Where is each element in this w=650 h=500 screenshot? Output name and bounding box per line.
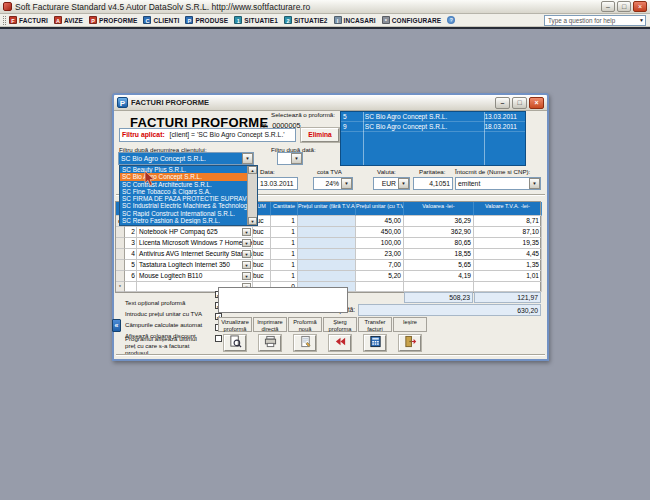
quantity-cell[interactable]: 1 [271,238,298,249]
price-vat-cell[interactable]: 7,00 [356,260,404,271]
vat-cell: 4,45 [474,249,542,260]
help-question-input[interactable]: Type a question for help ▼ [544,15,646,26]
help-placeholder: Type a question for help [548,17,615,24]
dialog-close-button[interactable]: × [529,97,544,109]
chevron-down-icon[interactable]: ▼ [242,153,253,164]
chevron-down-icon[interactable]: ▼ [242,272,251,280]
toolbar-item-situatie2[interactable]: 2SITUATIE2 [284,16,328,24]
product-cell[interactable]: Antivirus AVG Internet Security Standar▼ [137,249,253,260]
chevron-down-icon[interactable]: ▼ [398,178,409,189]
price-vat-cell[interactable]: 45,00 [356,216,404,227]
product-cell[interactable]: Notebook HP Compaq 625▼ [137,227,253,238]
app-minimize-button[interactable]: – [601,1,615,12]
dialog-minimize-button[interactable]: – [495,97,510,109]
dropdown-scrollbar[interactable]: ▲ ▼ [247,166,257,225]
price-vat-cell[interactable]: 5,20 [356,271,404,282]
client-dropdown-list[interactable]: SC Beauty Plus S.R.L.SC Bio Agro Concept… [119,165,258,226]
um-cell[interactable]: buc [253,227,271,238]
toolbar-item-configurare[interactable]: *CONFIGURARE [382,16,442,24]
remove-filter-button[interactable]: Elimina [301,128,339,142]
um-cell[interactable]: buc [253,271,271,282]
chevron-down-icon[interactable]: ▼ [341,178,352,189]
report2-icon: 2 [284,16,292,24]
proforma-list-row[interactable]: 9SC Bio Agro Concept S.R.L.18.03.2011 [341,122,525,132]
row-selector-cell[interactable] [116,249,125,260]
optional-text-input[interactable] [218,287,348,313]
quantity-cell[interactable]: 1 [271,260,298,271]
row-selector-cell[interactable] [116,260,125,271]
toolbar-item-label: CLIENTI [153,17,179,24]
proforma-window-titlebar[interactable]: P FACTURI PROFORME – □ × [114,95,547,111]
product-cell[interactable]: Mouse Logitech B110▼ [137,271,253,282]
date-filter-combo[interactable]: ▼ [277,152,303,165]
row-selector-cell[interactable]: * [116,282,125,292]
currency-combo[interactable]: EUR ▼ [373,177,410,190]
collapse-panel-button[interactable]: « [112,319,121,332]
row-selector-cell[interactable] [116,271,125,282]
um-cell[interactable]: buc [253,238,271,249]
toolbar-grip [3,16,6,25]
vat-rate-combo[interactable]: 24% ▼ [313,177,353,190]
issuer-combo[interactable]: emitent ▼ [455,177,541,190]
dropdown-item[interactable]: SC Beauty Plus S.R.L. [120,166,248,173]
app-close-button[interactable]: × [633,1,647,12]
quantity-cell[interactable]: 1 [271,216,298,227]
applied-filter-field[interactable]: Filtru aplicat: [client] = 'SC Bio Agro … [119,128,296,142]
price-vat-cell[interactable]: 450,00 [356,227,404,238]
price-vat-cell[interactable]: 100,00 [356,238,404,249]
chevron-down-icon[interactable]: ▼ [291,153,302,164]
dropdown-item[interactable]: SC Industrial Electric Machines & Techno… [120,202,248,209]
row-selector-cell[interactable] [116,227,125,238]
proforma-list[interactable]: 5SC Bio Agro Concept S.R.L.13.03.20119SC… [340,111,526,166]
product-cell[interactable]: Tastatura Logitech Internet 350▼ [137,260,253,271]
price-vat-cell[interactable] [356,282,404,292]
chevron-down-icon[interactable]: ▼ [242,250,251,258]
proforma-list-row[interactable]: 5SC Bio Agro Concept S.R.L.13.03.2011 [341,112,525,122]
price-vat-cell[interactable]: 23,00 [356,249,404,260]
dropdown-item[interactable]: SC Bio Agro Concept S.R.L. [120,173,248,180]
client-filter-combo[interactable]: SC Bio Agro Concept S.R.L. ▼ [118,152,254,165]
quantity-cell[interactable]: 1 [271,271,298,282]
scroll-down-icon[interactable]: ▼ [248,217,257,225]
checkbox[interactable] [215,335,222,342]
chevron-down-icon[interactable]: ▼ [242,261,251,269]
dropdown-item[interactable]: SC Fine Tobacco & Cigars S.A. [120,188,248,195]
dropdown-item[interactable]: SC FIRMA DE PAZA PROTECTIE SUPRAVEGH [120,195,248,202]
vizualizare-proform--button[interactable] [224,335,246,351]
-terg-proforma-button[interactable] [329,335,351,351]
app-restore-button[interactable]: □ [617,1,631,12]
um-cell[interactable]: buc [253,249,271,260]
transfer-facturi-button[interactable] [364,335,386,351]
toolbar-item-facturi[interactable]: FFACTURI [9,16,48,24]
row-number-cell: 2 [125,227,137,238]
parity-input[interactable]: 4,1051 [413,177,453,190]
ie-ire-button[interactable] [399,335,421,351]
action-label-line: facturi [359,326,391,333]
dialog-maximize-button[interactable]: □ [512,97,527,109]
imprimare-direct--button[interactable] [259,335,281,351]
proform-nou--button[interactable] [294,335,316,351]
row-selector-cell[interactable] [116,238,125,249]
chevron-down-icon[interactable]: ▼ [242,228,251,236]
toolbar-item-produse[interactable]: PPRODUSE [185,16,228,24]
help-dropdown-icon[interactable]: ▼ [639,17,644,23]
quantity-cell[interactable]: 1 [271,249,298,260]
toolbar-item-proforme[interactable]: PPROFORME [89,16,137,24]
product-cell[interactable]: Licenta Microsoft Windows 7 Home Prem▼ [137,238,253,249]
help-icon[interactable]: ? [447,16,455,24]
um-cell[interactable]: buc [253,260,271,271]
dropdown-item[interactable]: SC Rapid Construct International S.R.L. [120,210,248,217]
toolbar-item-situatie1[interactable]: 1SITUATIE1 [234,16,278,24]
chevron-down-icon[interactable]: ▼ [529,178,540,189]
toolbar-item-avize[interactable]: AAVIZE [54,16,83,24]
date-input[interactable]: 13.03.2011 [257,177,298,190]
scroll-up-icon[interactable]: ▲ [248,166,257,174]
dropdown-item[interactable]: SC Retro Fashion & Design S.R.L. [120,217,248,224]
dropdown-item[interactable]: SC Contrast Architecture S.R.L. [120,181,248,188]
action-label-line: Ieșire [394,319,426,326]
quantity-cell[interactable]: 1 [271,227,298,238]
chevron-down-icon[interactable]: ▼ [242,239,251,247]
proforma-date: 13.03.2011 [482,112,525,121]
toolbar-item-incasari[interactable]: IINCASARI [334,16,376,24]
toolbar-item-clienti[interactable]: CCLIENTI [143,16,179,24]
